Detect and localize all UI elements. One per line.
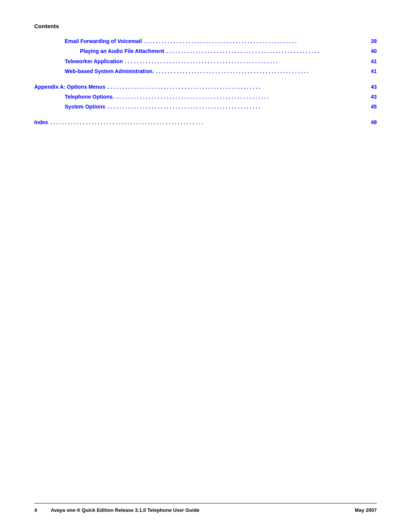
- toc-dots-playing-audio: . . . . . . . . . . . . . . . . . . . . …: [166, 47, 363, 55]
- toc-link-teleworker[interactable]: Teleworker Application: [65, 58, 123, 64]
- toc-link-playing-audio[interactable]: Playing an Audio File Attachment: [80, 48, 164, 54]
- toc-page-playing-audio: 40: [365, 48, 377, 54]
- toc-link-index[interactable]: Index: [34, 119, 48, 125]
- toc-row-web-based: Web-based System Administration.. . . . …: [34, 67, 377, 75]
- toc-page-web-based: 41: [365, 68, 377, 74]
- page-container: Contents Email Forwarding of Voicemail. …: [0, 0, 411, 532]
- toc-row-email-forwarding: Email Forwarding of Voicemail. . . . . .…: [34, 37, 377, 45]
- toc-page-telephone-options: 43: [365, 94, 377, 100]
- toc-row-system-options: System Options. . . . . . . . . . . . . …: [34, 102, 377, 111]
- toc-link-appendix-a[interactable]: Appendix A: Options Menus: [34, 84, 105, 90]
- toc-gap: [34, 77, 377, 83]
- page-footer: 4 Avaya one-X Quick Edition Release 3.1.…: [34, 503, 377, 513]
- toc-row-index: Index. . . . . . . . . . . . . . . . . .…: [34, 118, 377, 126]
- footer-page-number: 4: [34, 507, 37, 513]
- toc-dots-appendix-a: . . . . . . . . . . . . . . . . . . . . …: [108, 83, 363, 91]
- toc-row-appendix-a: Appendix A: Options Menus. . . . . . . .…: [34, 83, 377, 91]
- footer-date: May 2007: [355, 507, 377, 513]
- toc-link-email-forwarding[interactable]: Email Forwarding of Voicemail: [65, 38, 142, 44]
- toc-page-system-options: 45: [365, 104, 377, 110]
- toc-entries: Email Forwarding of Voicemail. . . . . .…: [34, 37, 377, 126]
- toc-dots-web-based: . . . . . . . . . . . . . . . . . . . . …: [156, 67, 363, 75]
- contents-heading: Contents: [34, 23, 377, 29]
- footer-left-group: 4 Avaya one-X Quick Edition Release 3.1.…: [34, 507, 199, 513]
- toc-row-playing-audio: Playing an Audio File Attachment. . . . …: [34, 47, 377, 55]
- toc-dots-telephone-options: . . . . . . . . . . . . . . . . . . . . …: [116, 93, 363, 101]
- toc-row-telephone-options: Telephone Options.. . . . . . . . . . . …: [34, 93, 377, 101]
- footer-title: Avaya one-X Quick Edition Release 3.1.0 …: [51, 507, 199, 513]
- toc-page-index: 49: [365, 119, 377, 125]
- toc-dots-system-options: . . . . . . . . . . . . . . . . . . . . …: [108, 102, 363, 111]
- toc-page-appendix-a: 43: [365, 84, 377, 90]
- toc-link-system-options[interactable]: System Options: [65, 104, 105, 110]
- toc-gap: [34, 113, 377, 118]
- toc-link-web-based[interactable]: Web-based System Administration.: [65, 68, 154, 74]
- toc-dots-teleworker: . . . . . . . . . . . . . . . . . . . . …: [125, 57, 363, 66]
- toc-page-email-forwarding: 39: [365, 38, 377, 44]
- toc-dots-index: . . . . . . . . . . . . . . . . . . . . …: [51, 118, 363, 126]
- toc-page-teleworker: 41: [365, 58, 377, 64]
- toc-link-telephone-options[interactable]: Telephone Options.: [65, 94, 114, 100]
- toc-row-teleworker: Teleworker Application. . . . . . . . . …: [34, 57, 377, 66]
- toc-dots-email-forwarding: . . . . . . . . . . . . . . . . . . . . …: [144, 37, 363, 45]
